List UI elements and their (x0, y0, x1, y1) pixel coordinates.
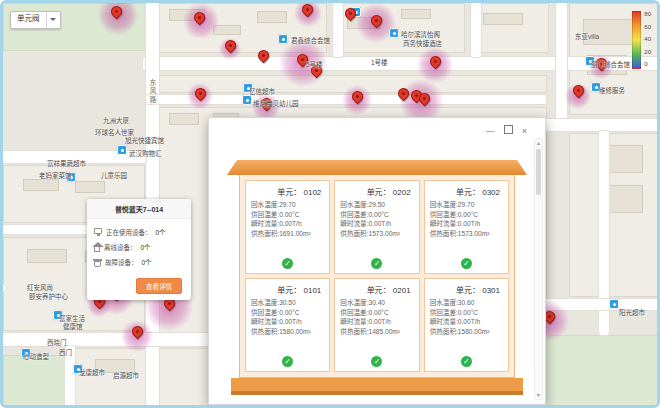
home-icon (94, 247, 100, 252)
building (169, 9, 205, 21)
road (146, 95, 546, 104)
road (556, 3, 567, 121)
unit-id: 单元： 0302 (425, 186, 508, 197)
unit-card-0202: 单元： 0202回水温度:29.50供回温差:0.00°C瞬时流量:0.00T/… (334, 180, 419, 274)
city-block (477, 3, 549, 53)
unit-metric: 瞬时流量:0.00T/h (425, 317, 508, 327)
map-label: 环球名人世家 (95, 129, 134, 136)
layer-select[interactable]: 单元阀 (10, 11, 61, 29)
building (401, 9, 431, 19)
app-window: 君鑫综合会馆哈尔滨清怡阁商务快捷酒店东亚villa丽门综合会馆维修服务5号楼1号… (0, 0, 660, 408)
unit-metric: 供回温差:0.00°C (335, 210, 418, 220)
modal-scrollbar[interactable]: ▴ ▾ (534, 138, 543, 400)
chevron-down-icon[interactable] (46, 12, 60, 28)
building (169, 113, 199, 125)
popup-stat-value: 0个 (141, 242, 151, 252)
unit-metric: 回水温度:30.60 (425, 298, 508, 308)
popup-stat-value: 0个 (142, 257, 152, 267)
building (603, 185, 643, 213)
popup-stat-value: 0个 (156, 227, 166, 237)
road (3, 151, 146, 163)
view-details-button[interactable]: 查看详情 (136, 278, 182, 294)
park-area (3, 355, 67, 408)
road (543, 119, 660, 131)
heat-legend: 806040200 (632, 11, 651, 69)
unit-card-0302: 单元： 0302回水温度:29.70供回温差:0.00°C瞬时流量:0.00T/… (424, 180, 509, 274)
unit-card-0102: 单元： 0102回水温度:29.70供回温差:0.00°C瞬时流量:0.00T/… (245, 180, 330, 274)
road (543, 299, 660, 310)
status-ok-icon: ✓ (461, 356, 472, 367)
unit-metric: 瞬时流量:0.00T/h (335, 219, 418, 229)
fullscreen-button[interactable] (504, 125, 513, 136)
popup-stat-label: 离线设备： (104, 242, 137, 252)
unit-card-0201: 单元： 0201回水温度:30.40供回温差:0.00°C瞬时流量:0.00T/… (334, 278, 419, 372)
unit-metric: 供热面积:1691.00m² (246, 229, 329, 239)
legend-tick: 0 (644, 61, 651, 67)
city-block (73, 348, 213, 408)
road (143, 57, 660, 70)
map-label: 阳光超市 (619, 309, 645, 316)
unit-metric: 回水温度:29.70 (425, 200, 508, 210)
unit-metric: 供热面积:1580.00m² (425, 327, 508, 337)
road (333, 3, 343, 57)
legend-tick: 60 (644, 24, 651, 30)
road (471, 3, 481, 57)
units-grid: 单元： 0102回水温度:29.70供回温差:0.00°C瞬时流量:0.00T/… (239, 175, 515, 378)
monitor-icon (94, 228, 102, 234)
legend-tick-labels: 806040200 (644, 11, 651, 67)
building-cabinet: 单元： 0102回水温度:29.70供回温差:0.00°C瞬时流量:0.00T/… (209, 160, 545, 395)
unit-id: 单元： 0301 (425, 284, 508, 295)
unit-metric: 供回温差:0.00°C (425, 210, 508, 220)
status-ok-icon: ✓ (371, 356, 382, 367)
unit-metric: 瞬时流量:0.00T/h (335, 317, 418, 327)
scroll-down-icon[interactable]: ▾ (537, 391, 540, 399)
unit-metric: 供回温差:0.00°C (425, 308, 508, 318)
unit-metric: 回水温度:29.50 (335, 200, 418, 210)
status-ok-icon: ✓ (282, 258, 293, 269)
unit-card-0301: 单元： 0301回水温度:30.60供回温差:0.00°C瞬时流量:0.00T/… (424, 278, 509, 372)
scroll-thumb[interactable] (536, 149, 541, 195)
close-button[interactable]: × (522, 126, 527, 136)
building (75, 181, 105, 193)
unit-id: 单元： 0201 (335, 284, 418, 295)
legend-gradient (632, 11, 641, 69)
unit-metric: 瞬时流量:0.00T/h (246, 317, 329, 327)
unit-metric: 供热面积:1573.00m² (335, 229, 418, 239)
popup-stat-row: 离线设备：0个 (94, 242, 184, 252)
road (3, 333, 215, 346)
unit-metric: 回水温度:30.40 (335, 298, 418, 308)
popup-stat-row: 正在使用设备：0个 (94, 227, 184, 237)
building (347, 17, 381, 29)
station-popup: 普悦蓝天7--014 正在使用设备：0个离线设备：0个故障设备：0个 查看详情 (87, 199, 191, 300)
building (213, 25, 241, 35)
legend-tick: 80 (644, 11, 651, 17)
unit-card-0101: 单元： 0101回水温度:30.50供回温差:0.00°C瞬时流量:0.00T/… (245, 278, 330, 372)
unit-metric: 供热面积:1485.00m² (335, 327, 418, 337)
building (23, 179, 59, 191)
status-ok-icon: ✓ (371, 258, 382, 269)
unit-id: 单元： 0101 (246, 284, 329, 295)
popup-stat-row: 故障设备：0个 (94, 257, 184, 267)
unit-metric: 供回温差:0.00°C (246, 210, 329, 220)
unit-id: 单元： 0102 (246, 186, 329, 197)
building (483, 13, 523, 25)
scroll-up-icon[interactable]: ▴ (537, 139, 540, 147)
unit-metric: 瞬时流量:0.00T/h (425, 219, 508, 229)
cabinet-top-shelf (227, 160, 527, 175)
city-block (159, 75, 547, 93)
cabinet-base (231, 378, 523, 395)
unit-metric: 供回温差:0.00°C (246, 308, 329, 318)
building (603, 145, 643, 173)
modal-controls: — × (486, 125, 527, 136)
map-label: 九洲大厦 (103, 117, 129, 124)
layer-select-value: 单元阀 (11, 12, 46, 28)
trash-icon (94, 261, 101, 267)
building (95, 359, 135, 373)
unit-metric: 供热面积:1573.00m² (425, 229, 508, 239)
popup-stat-label: 正在使用设备： (106, 227, 152, 237)
building (583, 19, 633, 45)
road (65, 346, 75, 408)
unit-metric: 回水温度:30.50 (246, 298, 329, 308)
legend-tick: 40 (644, 36, 651, 42)
minimize-button[interactable]: — (486, 126, 495, 136)
